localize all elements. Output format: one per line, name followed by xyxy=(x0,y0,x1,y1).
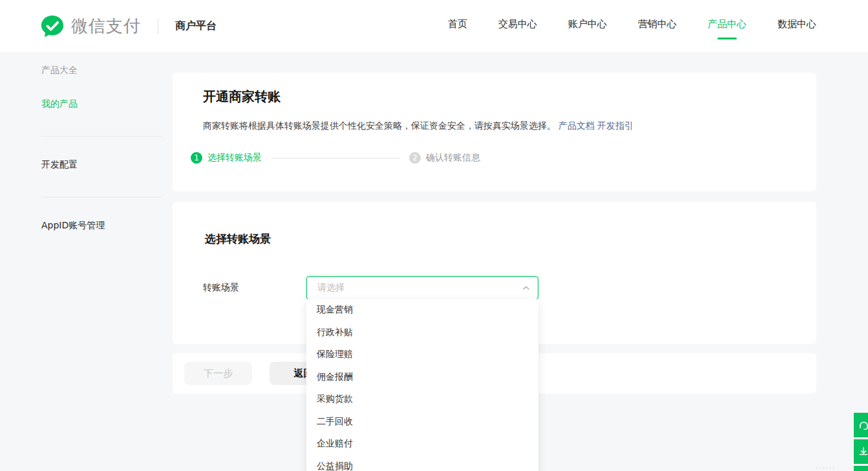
brand-logo[interactable]: 微信支付 商户平台 xyxy=(40,14,217,39)
feedback-button[interactable] xyxy=(854,439,868,464)
dropdown-option-procurement[interactable]: 采购货款 xyxy=(306,388,538,411)
step-1-circle: 1 xyxy=(191,152,202,164)
sidebar-item-product-catalog[interactable]: 产品大全 xyxy=(41,65,162,76)
step-indicator: 1 选择转账场景 2 确认转账信息 xyxy=(191,152,785,164)
panel-button[interactable] xyxy=(854,466,868,471)
chevron-up-icon xyxy=(522,284,530,292)
scenario-select[interactable]: 请选择 xyxy=(306,276,538,300)
nav-item-marketing-center[interactable]: 营销中心 xyxy=(638,13,677,39)
dropdown-option-secondhand[interactable]: 二手回收 xyxy=(306,411,538,433)
customer-service-icon xyxy=(858,419,868,431)
sidebar-item-my-products[interactable]: 我的产品 xyxy=(41,98,162,110)
scenario-dropdown: 现金营销 行政补贴 保险理赔 佣金报酬 采购货款 二手回收 企业赔付 公益捐助 xyxy=(306,299,538,471)
nav-item-account-center[interactable]: 账户中心 xyxy=(568,13,607,39)
nav-item-data-center[interactable]: 数据中心 xyxy=(778,13,816,39)
step-connector xyxy=(271,158,400,159)
clipped-text-fragment: ...... xyxy=(816,463,836,470)
feedback-download-icon xyxy=(858,446,868,457)
nav-item-home[interactable]: 首页 xyxy=(448,13,467,39)
floating-toolbar xyxy=(854,413,868,471)
sidebar-divider xyxy=(41,136,162,137)
page-title: 开通商家转账 xyxy=(203,88,785,105)
primary-nav: 首页 交易中心 账户中心 营销中心 产品中心 数据中心 xyxy=(448,13,816,39)
header-divider xyxy=(158,19,158,34)
nav-item-trade-center[interactable]: 交易中心 xyxy=(498,13,537,39)
step-1-label: 选择转账场景 xyxy=(207,152,262,164)
scenario-form-row: 转账场景 请选择 xyxy=(205,276,816,300)
nav-item-product-center[interactable]: 产品中心 xyxy=(708,13,746,39)
page-description: 商家转账将根据具体转账场景提供个性化安全策略，保证资金安全，请按真实场景选择。产… xyxy=(203,119,785,132)
description-text: 商家转账将根据具体转账场景提供个性化安全策略，保证资金安全，请按真实场景选择。 xyxy=(203,120,556,131)
step-2-label: 确认转账信息 xyxy=(426,152,480,164)
intro-card: 开通商家转账 商家转账将根据具体转账场景提供个性化安全策略，保证资金安全，请按真… xyxy=(173,72,816,192)
customer-service-button[interactable] xyxy=(854,413,868,437)
side-nav: 产品大全 我的产品 开发配置 AppID账号管理 xyxy=(41,65,162,232)
step-2-circle: 2 xyxy=(409,152,421,164)
dropdown-option-commission[interactable]: 佣金报酬 xyxy=(306,366,538,389)
form-heading: 选择转账场景 xyxy=(205,232,816,246)
wechat-pay-logo-icon xyxy=(40,14,65,39)
sidebar-divider xyxy=(41,197,162,197)
sidebar-item-dev-config[interactable]: 开发配置 xyxy=(41,159,162,171)
platform-title: 商户平台 xyxy=(175,19,217,33)
product-doc-link[interactable]: 产品文档 xyxy=(558,120,595,131)
select-placeholder: 请选择 xyxy=(317,282,522,294)
dropdown-option-cash-marketing[interactable]: 现金营销 xyxy=(306,299,538,322)
step-2: 2 确认转账信息 xyxy=(409,152,480,164)
dev-guide-link[interactable]: 开发指引 xyxy=(597,120,633,131)
sidebar-item-appid-management[interactable]: AppID账号管理 xyxy=(41,220,162,232)
step-1: 1 选择转账场景 xyxy=(191,152,262,164)
dropdown-option-charity[interactable]: 公益捐助 xyxy=(306,455,538,471)
scenario-field-label: 转账场景 xyxy=(203,282,306,294)
dropdown-option-admin-subsidy[interactable]: 行政补贴 xyxy=(306,322,538,344)
logo-wordmark: 微信支付 xyxy=(71,15,141,38)
next-step-button[interactable]: 下一步 xyxy=(184,362,252,385)
dropdown-option-enterprise-comp[interactable]: 企业赔付 xyxy=(306,433,538,455)
dropdown-option-insurance-claim[interactable]: 保险理赔 xyxy=(306,344,538,366)
top-header: 微信支付 商户平台 首页 交易中心 账户中心 营销中心 产品中心 数据中心 xyxy=(0,0,868,53)
